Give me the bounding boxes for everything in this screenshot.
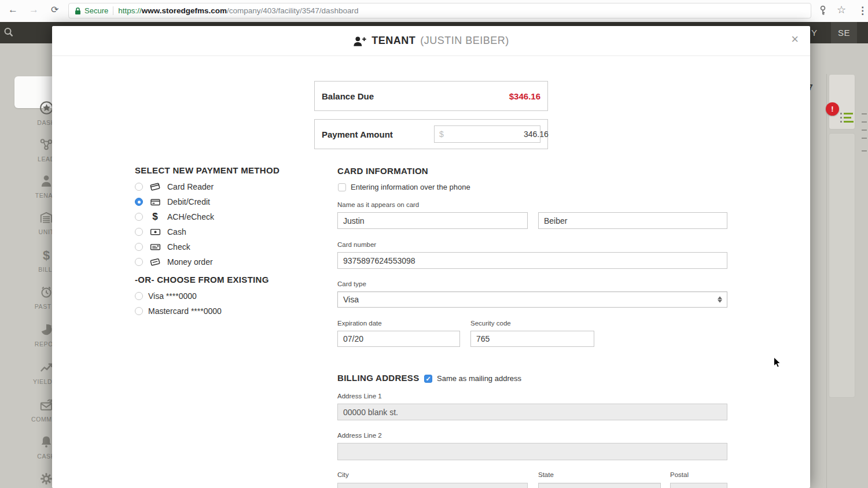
money-order-icon <box>148 257 162 267</box>
screen: ← → ⟳ Secure https://www.storedgefms.com… <box>0 0 868 488</box>
navbar-tab-partial[interactable]: Y <box>811 22 818 43</box>
bookmark-star-icon[interactable]: ☆ <box>837 3 846 16</box>
payment-amount-label: Payment Amount <box>322 130 393 139</box>
card-number-input[interactable] <box>337 252 727 269</box>
balance-due-box: Balance Due $346.16 <box>314 81 548 111</box>
add-tenant-icon <box>353 35 367 47</box>
url-domain: www.storedgefms.com <box>142 6 227 15</box>
browser-back-icon[interactable]: ← <box>8 4 18 16</box>
address-line2-input[interactable] <box>337 443 727 460</box>
lock-icon <box>75 7 81 15</box>
same-as-mailing-checkbox-row[interactable]: ✓ Same as mailing address <box>424 374 521 383</box>
credit-card-icon <box>148 198 162 206</box>
close-icon[interactable]: × <box>791 33 799 46</box>
method-option-cash[interactable]: Cash <box>135 224 186 239</box>
state-select[interactable]: New York <box>538 483 661 488</box>
url-scheme: https:// <box>118 6 142 15</box>
radio-unselected[interactable] <box>135 183 143 191</box>
city-label: City <box>337 471 349 478</box>
svg-text:$: $ <box>43 248 50 263</box>
checkbox-unchecked[interactable] <box>338 183 346 191</box>
currency-prefix: $ <box>439 130 444 139</box>
payment-amount-input[interactable] <box>444 130 549 139</box>
password-key-icon[interactable] <box>818 4 827 17</box>
payment-method-heading: SELECT NEW PAYMENT METHOD <box>135 165 279 175</box>
balance-due-amount: $346.16 <box>509 91 540 101</box>
edge-text-fragment <box>862 138 867 139</box>
legend-row <box>840 117 854 119</box>
radio-unselected[interactable] <box>135 213 143 221</box>
radio-unselected[interactable] <box>135 228 143 236</box>
edge-text-fragment <box>862 121 867 123</box>
method-option-money-order[interactable]: Money order <box>135 254 213 269</box>
card-reader-icon <box>148 182 162 191</box>
postal-input[interactable] <box>670 483 727 488</box>
radio-unselected[interactable] <box>135 258 143 266</box>
expiration-label: Expiration date <box>337 320 382 327</box>
expiration-input[interactable] <box>337 331 460 347</box>
card-information-heading: CARD INFORMATION <box>337 166 428 176</box>
dollar-icon: $ <box>148 211 162 223</box>
method-option-check[interactable]: Check <box>135 239 190 254</box>
card-type-label: Card type <box>337 280 366 287</box>
radio-unselected[interactable] <box>135 307 143 315</box>
payment-amount-box: Payment Amount $ <box>314 119 548 149</box>
tenant-payment-modal: TENANT (JUSTIN BEIBER) × Balance Due $34… <box>52 26 810 488</box>
name-on-card-label: Name as it appears on card <box>337 201 419 208</box>
address-line1-label: Address Line 1 <box>337 393 382 400</box>
postal-label: Postal <box>670 471 689 478</box>
phone-entry-checkbox-row[interactable]: Entering information over the phone <box>338 183 470 191</box>
radio-unselected[interactable] <box>135 292 143 300</box>
cash-icon <box>148 228 162 236</box>
modal-header: TENANT (JUSTIN BEIBER) × <box>52 26 810 56</box>
security-code-label: Security code <box>470 320 511 327</box>
card-type-select[interactable]: Visa <box>337 291 727 308</box>
alert-badge[interactable]: ! <box>826 102 839 116</box>
balance-due-label: Balance Due <box>322 91 374 101</box>
right-panel-bottom[interactable] <box>829 133 855 398</box>
method-option-card-reader[interactable]: Card Reader <box>135 179 214 194</box>
billing-address-heading: BILLING ADDRESS <box>337 373 419 383</box>
navbar-tab-partial[interactable]: SE <box>831 22 857 43</box>
existing-option-visa[interactable]: Visa ****0000 <box>135 289 197 304</box>
omnibox-separator <box>113 6 113 15</box>
url-path: /company/403/facility/3547/dashboard <box>227 6 358 15</box>
modal-title: TENANT (JUSTIN BEIBER) <box>353 35 509 47</box>
right-panel-divider <box>826 74 827 488</box>
check-icon <box>148 243 162 251</box>
last-name-input[interactable] <box>538 212 727 229</box>
browser-forward-icon[interactable]: → <box>29 4 39 16</box>
browser-toolbar: ← → ⟳ Secure https://www.storedgefms.com… <box>0 0 868 22</box>
radio-unselected[interactable] <box>135 243 143 251</box>
address-bar[interactable]: Secure https://www.storedgefms.com/compa… <box>68 3 811 19</box>
legend-row <box>840 121 854 123</box>
existing-method-heading: -OR- CHOOSE FROM EXISTING <box>135 275 269 284</box>
edge-text-fragment <box>862 130 867 131</box>
address-line1-input[interactable] <box>337 404 727 420</box>
browser-refresh-icon[interactable]: ⟳ <box>51 4 58 15</box>
checkbox-checked[interactable]: ✓ <box>424 375 432 383</box>
card-number-label: Card number <box>337 241 376 248</box>
secure-label: Secure <box>84 6 108 15</box>
method-option-ach[interactable]: $ ACH/eCheck <box>135 209 214 224</box>
method-option-debit-credit[interactable]: Debit/Credit <box>135 194 210 209</box>
existing-option-mastercard[interactable]: Mastercard ****0000 <box>135 304 222 319</box>
security-code-input[interactable] <box>470 331 594 347</box>
card-type-value: Visa <box>343 295 359 304</box>
first-name-input[interactable] <box>337 212 528 229</box>
url-text: https://www.storedgefms.com/company/403/… <box>118 6 358 15</box>
payment-amount-field-wrap: $ <box>434 125 540 143</box>
state-label: State <box>538 471 554 478</box>
search-icon[interactable] <box>3 27 14 40</box>
edge-text-fragment <box>862 113 867 114</box>
select-arrows-icon <box>718 297 722 303</box>
city-input[interactable] <box>337 483 528 488</box>
legend-row <box>840 113 854 114</box>
address-line2-label: Address Line 2 <box>337 432 382 439</box>
edge-text-fragment <box>862 150 867 151</box>
radio-selected[interactable] <box>135 198 143 206</box>
browser-menu-icon[interactable]: ⋮ <box>858 5 867 17</box>
mouse-cursor <box>773 357 782 369</box>
